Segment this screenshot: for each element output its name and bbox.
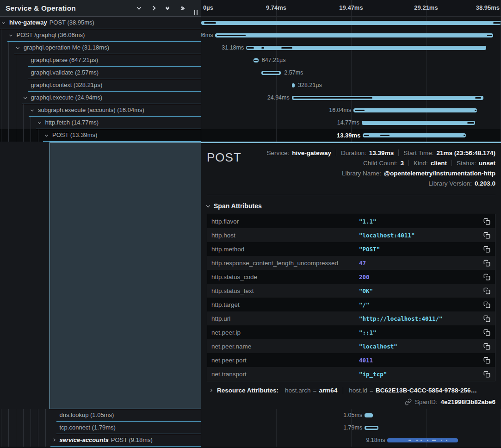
expand-all-icon[interactable]: [176, 3, 187, 14]
span-label: dns.lookup (1.05ms): [60, 409, 114, 421]
attribute-value: "POST": [359, 246, 481, 253]
indent-guide: [16, 104, 16, 117]
attribute-key: http.target: [211, 301, 359, 308]
timeline-gridline: [276, 422, 277, 434]
chevron-right-icon: [209, 389, 212, 392]
span-label: graphql.context (328.21µs): [31, 79, 103, 91]
column-resize-grip[interactable]: [194, 10, 198, 15]
meta-label: Start Time:: [403, 149, 433, 156]
span-duration-bar[interactable]: [254, 58, 259, 62]
copy-icon[interactable]: [481, 371, 490, 378]
panel-title: Service & Operation: [6, 4, 76, 12]
copy-icon[interactable]: [481, 343, 490, 350]
span-duration-bar[interactable]: [387, 438, 458, 442]
child-span-mark: [416, 440, 418, 441]
copy-icon[interactable]: [481, 260, 490, 267]
span-label: graphql.operation Me (31.18ms): [24, 42, 109, 54]
span-attributes-toggle[interactable]: Span Attributes: [207, 200, 495, 212]
copy-icon[interactable]: [481, 301, 490, 308]
copy-icon[interactable]: [481, 232, 490, 239]
duration-label: 36.06ms: [201, 29, 213, 42]
tick-label: 9.74ms: [266, 0, 286, 16]
copy-icon[interactable]: [481, 274, 490, 280]
span-row[interactable]: graphql.validate (2.57ms)2.57ms: [0, 67, 501, 79]
span-row[interactable]: tcp.connect (1.79ms)1.79ms: [0, 422, 501, 434]
span-duration-bar[interactable]: [362, 121, 476, 125]
span-duration-bar[interactable]: [363, 133, 466, 137]
meta-separator: [336, 149, 336, 156]
span-row[interactable]: POST /graphql (36.06ms)36.06ms: [0, 29, 501, 42]
span-duration-bar[interactable]: [201, 21, 501, 25]
span-row[interactable]: hive-gatewayPOST (38.95ms)38.95ms: [0, 17, 501, 29]
child-span-mark: [380, 135, 390, 136]
copy-icon[interactable]: [481, 329, 490, 336]
span-row[interactable]: dns.lookup (1.05ms)1.05ms: [0, 409, 501, 422]
span-meta-line: Library Version:0.203.0: [266, 178, 495, 188]
span-attributes-title: Span Attributes: [214, 202, 262, 210]
attribute-key: http.flavor: [211, 218, 359, 225]
attribute-key: http.response_content_length_uncompresse…: [211, 260, 359, 267]
indent-guide: [1, 422, 1, 434]
copy-icon[interactable]: [481, 315, 490, 322]
indent-guide: [16, 54, 16, 67]
resource-attributes-row[interactable]: Resource Attributes: host.arch=arm64host…: [207, 387, 495, 394]
copy-icon[interactable]: [481, 246, 490, 253]
span-timeline-cell: 1.79ms: [201, 422, 501, 434]
child-span-mark: [475, 97, 481, 99]
attribute-row: http.flavor"1.1": [207, 214, 495, 228]
chevron-down-icon[interactable]: [9, 33, 12, 37]
expand-one-icon[interactable]: [148, 3, 159, 14]
meta-value: client: [431, 160, 447, 167]
span-duration-bar[interactable]: [215, 33, 493, 37]
copy-icon[interactable]: [481, 287, 490, 294]
duration-label: 24.94ms: [267, 92, 290, 104]
tick-label: 29.21ms: [414, 0, 438, 16]
chevron-down-icon[interactable]: [16, 46, 19, 49]
span-row[interactable]: graphql.parse (647.21µs)647.21µs: [0, 54, 501, 67]
span-row[interactable]: graphql.execute (24.94ms)24.94ms: [0, 92, 501, 104]
span-timeline-cell: 647.21µs: [201, 54, 501, 67]
indent-guide: [8, 67, 9, 79]
span-detail-row: POST Service:hive-gatewayDuration:13.39m…: [0, 142, 501, 409]
attribute-row: net.peer.name"localhost": [207, 339, 495, 353]
chevron-down-icon[interactable]: [23, 96, 26, 99]
meta-separator: [408, 160, 409, 166]
span-row[interactable]: service-accountsPOST (9.18ms)9.18ms: [0, 434, 501, 447]
indent-guide: [31, 409, 31, 422]
service-name: hive-gateway: [9, 19, 47, 26]
indent-guide: [16, 422, 16, 434]
span-row[interactable]: POST (13.39ms)13.39ms: [0, 129, 501, 142]
indent-guide: [8, 92, 9, 104]
chevron-right-icon[interactable]: [52, 438, 55, 442]
attribute-row: net.peer.port4011: [207, 353, 495, 367]
span-row[interactable]: graphql.context (328.21µs)328.21µs: [0, 79, 501, 92]
resource-separator: [343, 387, 343, 394]
chevron-down-icon[interactable]: [31, 108, 34, 112]
span-row[interactable]: graphql.operation Me (31.18ms)31.18ms: [0, 42, 501, 54]
span-duration-bar[interactable]: [261, 71, 281, 75]
timeline-ruler: 0µs 9.74ms 19.47ms 29.21ms 38.95ms: [201, 0, 501, 17]
chevron-down-icon[interactable]: [2, 21, 5, 24]
tick-label: 0µs: [203, 0, 213, 16]
copy-icon[interactable]: [481, 218, 490, 225]
span-duration-bar[interactable]: [292, 83, 295, 87]
attribute-value: 4011: [359, 357, 481, 364]
span-duration-bar[interactable]: [292, 96, 484, 100]
collapse-one-icon[interactable]: [133, 3, 144, 14]
span-duration-bar[interactable]: [365, 426, 378, 430]
span-duration-bar[interactable]: [246, 46, 486, 50]
span-name-cell: dns.lookup (1.05ms): [0, 409, 201, 422]
copy-icon[interactable]: [481, 357, 490, 364]
equals-sign: =: [313, 387, 317, 394]
span-duration-bar[interactable]: [353, 108, 477, 112]
resource-key: host.arch: [285, 387, 311, 394]
collapse-all-icon[interactable]: [162, 3, 173, 14]
span-row[interactable]: http.fetch (14.77ms)14.77ms: [0, 117, 501, 129]
span-row[interactable]: subgraph.execute (accounts) (16.04ms)16.…: [0, 104, 501, 117]
span-attributes-table: http.flavor"1.1"http.host"localhost:4011…: [207, 214, 495, 381]
span-duration-bar[interactable]: [365, 413, 372, 417]
indent-guide: [8, 104, 9, 117]
chevron-down-icon[interactable]: [45, 133, 48, 137]
indent-guide: [8, 79, 9, 92]
chevron-down-icon[interactable]: [37, 121, 41, 124]
